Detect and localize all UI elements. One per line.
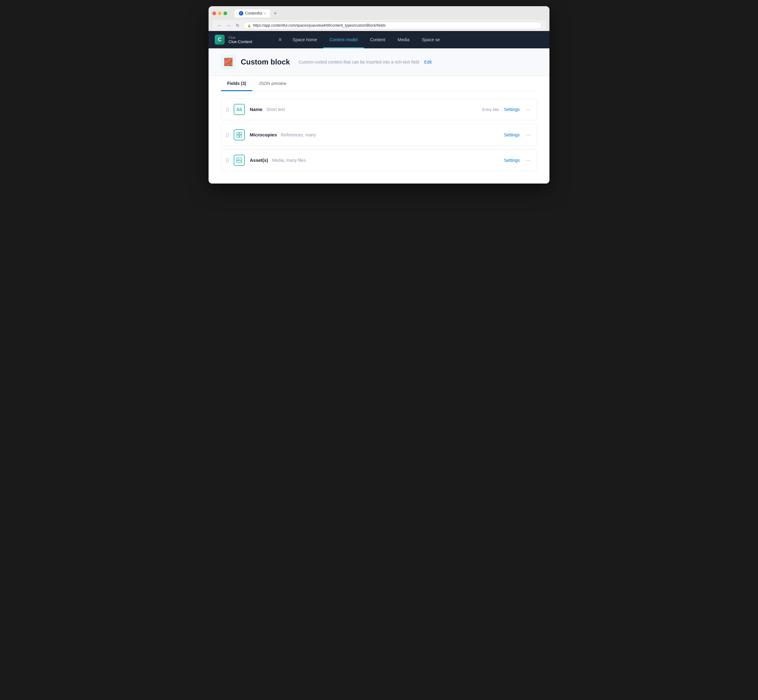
- forward-button[interactable]: →: [225, 22, 232, 28]
- edit-link[interactable]: Edit: [424, 59, 432, 64]
- traffic-light-yellow[interactable]: [218, 11, 221, 15]
- back-button[interactable]: ←: [216, 22, 223, 28]
- logo-text-bottom: Clue-Content: [228, 39, 252, 44]
- page-description: Custom-coded content that can be inserte…: [299, 59, 419, 64]
- new-tab-button[interactable]: +: [273, 9, 278, 17]
- field-name: Name: [250, 107, 262, 112]
- field-name: Asset(s): [250, 158, 268, 163]
- app-content: C Clue Clue-Content ≡ Space home Content…: [209, 31, 549, 184]
- page-header: 🧱 Custom block Custom-coded content that…: [209, 48, 549, 76]
- drag-dot: [226, 160, 227, 161]
- top-nav: C Clue Clue-Content ≡ Space home Content…: [209, 31, 549, 48]
- svg-rect-0: [237, 132, 239, 134]
- nav-link-media[interactable]: Media: [391, 31, 416, 48]
- nav-link-content[interactable]: Content: [364, 31, 391, 48]
- drag-handle[interactable]: [226, 108, 229, 112]
- drag-dots: [226, 108, 229, 112]
- field-actions: Entry title Settings ···: [482, 106, 532, 113]
- drag-dot: [228, 108, 229, 108]
- field-icon-ref: [234, 129, 245, 141]
- drag-dot: [226, 161, 227, 162]
- settings-button[interactable]: Settings: [504, 107, 520, 112]
- hamburger-button[interactable]: ≡: [274, 37, 286, 42]
- tab-favicon: C: [239, 11, 243, 16]
- traffic-light-green[interactable]: [223, 11, 227, 15]
- drag-dot: [228, 134, 229, 136]
- more-options-button[interactable]: ···: [525, 132, 532, 138]
- logo-section: C Clue Clue-Content: [209, 35, 274, 45]
- refresh-button[interactable]: ↻: [235, 22, 241, 28]
- drag-dot: [228, 109, 229, 110]
- drag-dot: [226, 111, 227, 112]
- field-type: Media, many files: [272, 158, 306, 163]
- content-area: Fields (3) JSON preview: [209, 76, 549, 184]
- drag-handle[interactable]: [226, 158, 229, 162]
- field-actions: Settings ···: [499, 132, 532, 138]
- page-title: Custom block: [241, 58, 290, 66]
- field-actions: Settings ···: [499, 157, 532, 164]
- tab-bar: C Contentful × +: [235, 9, 278, 17]
- drag-dot: [228, 111, 229, 112]
- drag-dot: [226, 158, 227, 159]
- drag-dot: [228, 136, 229, 137]
- logo-text: Clue Clue-Content: [228, 36, 252, 44]
- contentful-logo[interactable]: C: [215, 35, 225, 45]
- table-row: Asset(s) Media, many files Settings ···: [221, 149, 537, 171]
- drag-dot: [226, 108, 227, 108]
- nav-link-space-settings[interactable]: Space se: [416, 31, 446, 48]
- nav-link-content-model[interactable]: Content model: [323, 31, 364, 48]
- lock-icon: 🔒: [247, 24, 251, 27]
- browser-titlebar: C Contentful × +: [212, 9, 546, 17]
- fields-list: Ab Name Short text Entry title Settings …: [221, 98, 537, 184]
- field-icon-text: Ab: [234, 104, 245, 115]
- field-type: References, many: [281, 132, 316, 138]
- drag-dots: [226, 158, 229, 162]
- table-row: Microcopies References, many Settings ··…: [221, 124, 537, 146]
- svg-rect-2: [237, 135, 239, 138]
- field-info: Asset(s) Media, many files: [250, 158, 306, 163]
- svg-rect-1: [240, 132, 242, 134]
- entry-title-badge: Entry title: [482, 107, 499, 112]
- field-info: Microcopies References, many: [250, 132, 316, 138]
- more-options-button[interactable]: ···: [525, 106, 532, 113]
- drag-dot: [226, 136, 227, 137]
- svg-point-5: [238, 159, 239, 160]
- nav-link-space-home[interactable]: Space home: [286, 31, 323, 48]
- drag-dot: [228, 161, 229, 162]
- drag-dot: [228, 158, 229, 159]
- field-icon-media: [234, 155, 245, 166]
- field-name: Microcopies: [250, 132, 277, 138]
- drag-dot: [226, 133, 227, 134]
- drag-dots: [226, 133, 229, 137]
- browser-chrome: C Contentful × + ← → ↻ 🔒 https://app.con…: [209, 6, 549, 31]
- more-options-button[interactable]: ···: [525, 157, 532, 164]
- tab-close-button[interactable]: ×: [264, 12, 266, 15]
- traffic-lights: [212, 11, 227, 15]
- svg-rect-3: [240, 135, 242, 138]
- drag-dot: [226, 134, 227, 136]
- nav-links: Space home Content model Content Media S…: [286, 31, 549, 48]
- logo-text-top: Clue: [228, 36, 252, 39]
- field-info: Name Short text: [250, 107, 285, 112]
- drag-handle[interactable]: [226, 133, 229, 137]
- browser-window: C Contentful × + ← → ↻ 🔒 https://app.con…: [209, 6, 549, 184]
- tab-fields[interactable]: Fields (3): [221, 76, 252, 91]
- drag-dot: [228, 133, 229, 134]
- address-url: https://app.contentful.com/spaces/juauvl…: [253, 23, 385, 28]
- drag-dot: [228, 160, 229, 161]
- content-type-emoji: 🧱: [224, 58, 233, 66]
- address-bar[interactable]: 🔒 https://app.contentful.com/spaces/juau…: [243, 22, 542, 29]
- tab-title: Contentful: [245, 11, 262, 16]
- browser-toolbar: ← → ↻ 🔒 https://app.contentful.com/space…: [212, 20, 546, 31]
- browser-tab-active[interactable]: C Contentful ×: [235, 9, 270, 17]
- logo-letter: C: [218, 37, 221, 42]
- tabs-bar: Fields (3) JSON preview: [221, 76, 537, 91]
- field-type: Short text: [266, 107, 285, 112]
- drag-dot: [226, 109, 227, 110]
- table-row: Ab Name Short text Entry title Settings …: [221, 98, 537, 120]
- settings-button[interactable]: Settings: [504, 132, 520, 138]
- traffic-light-red[interactable]: [212, 11, 216, 15]
- tab-json-preview[interactable]: JSON preview: [252, 76, 292, 91]
- settings-button[interactable]: Settings: [504, 158, 520, 163]
- content-type-icon: 🧱: [221, 55, 236, 69]
